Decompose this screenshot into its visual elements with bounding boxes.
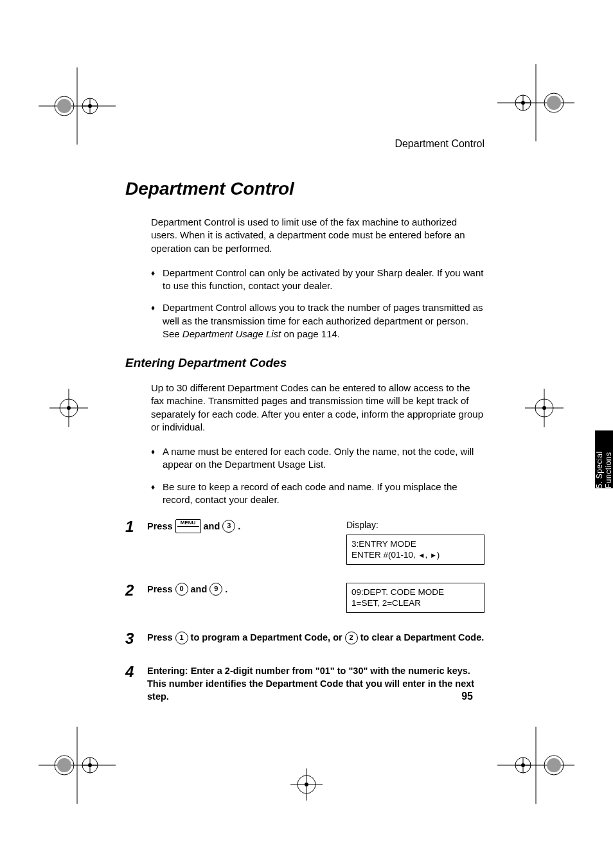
left-arrow-icon: ◄ bbox=[418, 551, 425, 559]
svg-point-35 bbox=[521, 763, 525, 767]
bullet-item: A name must be entered for each code. On… bbox=[151, 445, 484, 472]
crop-mark-icon bbox=[39, 67, 116, 145]
bullet-text-tail: on page 114. bbox=[281, 328, 340, 339]
cross-reference: Department Usage List bbox=[182, 328, 281, 339]
steps-list: 1 Press MENU and 3 . bbox=[125, 519, 484, 704]
body-block: Department Control is used to limit use … bbox=[151, 216, 484, 341]
svg-point-40 bbox=[298, 775, 315, 793]
step-2: 2 Press 0 and 9 . 09:DEPT. CODE MODE bbox=[125, 583, 484, 613]
right-arrow-icon: ► bbox=[430, 551, 437, 559]
step-3: 3 Press 1 to program a Department Code, … bbox=[125, 631, 484, 646]
step-4: 4 Entering: Enter a 2-digit number from … bbox=[125, 664, 484, 704]
step-text: Entering: Enter a 2-digit number from "0… bbox=[147, 664, 484, 704]
section-heading: Entering Department Codes bbox=[125, 356, 484, 370]
step-text: Press bbox=[147, 520, 173, 533]
numeric-key-icon: 2 bbox=[345, 632, 358, 644]
bullet-item: Department Control can only be activated… bbox=[151, 267, 484, 293]
lcd-line: ENTER #(01-10, ◄, ►) bbox=[351, 549, 479, 561]
svg-point-15 bbox=[547, 96, 561, 110]
svg-point-4 bbox=[82, 98, 98, 114]
step-text: . bbox=[225, 583, 227, 596]
section-intro: Up to 30 different Department Codes can … bbox=[151, 382, 484, 434]
svg-point-5 bbox=[88, 104, 92, 108]
step-number: 2 bbox=[125, 583, 139, 598]
svg-point-29 bbox=[88, 763, 92, 767]
chapter-tab: 5. Special Functions bbox=[595, 430, 613, 488]
step-text: to program a Department Code, or bbox=[191, 632, 345, 642]
numeric-key-icon: 0 bbox=[175, 583, 188, 596]
svg-point-20 bbox=[535, 399, 553, 417]
bullet-item: Department Control allows you to track t… bbox=[151, 301, 484, 341]
numeric-key-icon: 9 bbox=[209, 583, 222, 596]
svg-point-16 bbox=[60, 399, 78, 417]
bullet-item: Be sure to keep a record of each code an… bbox=[151, 481, 484, 507]
svg-point-27 bbox=[57, 758, 71, 772]
crop-mark-icon bbox=[497, 727, 574, 804]
numeric-key-icon: 1 bbox=[175, 632, 188, 644]
step-text: Press bbox=[147, 632, 175, 642]
step-text: . bbox=[238, 520, 240, 533]
lcd-line: 3:ENTRY MODE bbox=[351, 538, 479, 550]
bullet-list-sub: A name must be entered for each code. On… bbox=[151, 445, 484, 506]
step-number: 3 bbox=[125, 631, 139, 646]
lcd-display: 09:DEPT. CODE MODE 1=SET, 2=CLEAR bbox=[346, 583, 484, 613]
lcd-line: 09:DEPT. CODE MODE bbox=[351, 587, 479, 598]
lcd-line: 1=SET, 2=CLEAR bbox=[351, 598, 479, 609]
lcd-display: 3:ENTRY MODE ENTER #(01-10, ◄, ►) bbox=[346, 535, 484, 565]
svg-point-14 bbox=[544, 93, 564, 112]
crop-mark-icon bbox=[40, 379, 98, 437]
svg-point-39 bbox=[547, 758, 561, 772]
step-text: Press bbox=[147, 583, 173, 596]
crop-mark-icon bbox=[39, 727, 116, 804]
step-text: and bbox=[191, 583, 208, 596]
body-block: Up to 30 different Department Codes can … bbox=[151, 382, 484, 506]
lcd-text: ) bbox=[437, 550, 440, 560]
crop-mark-icon bbox=[287, 765, 326, 804]
svg-point-2 bbox=[55, 96, 74, 116]
svg-point-28 bbox=[82, 757, 98, 773]
lcd-text: ENTER #(01-10, bbox=[351, 550, 418, 560]
crop-mark-icon bbox=[497, 64, 574, 141]
lcd-text: , bbox=[425, 550, 430, 560]
step-text: to clear a Department Code. bbox=[360, 632, 484, 642]
svg-point-3 bbox=[57, 99, 71, 113]
page-title: Department Control bbox=[125, 179, 484, 199]
svg-point-26 bbox=[55, 756, 74, 775]
display-label: Display: bbox=[346, 519, 484, 532]
page: 5. Special Functions Department Control … bbox=[0, 0, 613, 868]
step-1: 1 Press MENU and 3 . bbox=[125, 519, 484, 565]
svg-point-17 bbox=[67, 406, 71, 410]
svg-point-10 bbox=[515, 95, 531, 111]
bullet-list-top: Department Control can only be activated… bbox=[151, 267, 484, 341]
menu-key-icon: MENU bbox=[175, 519, 201, 533]
menu-key-label: MENU bbox=[177, 520, 199, 527]
page-number: 95 bbox=[461, 691, 473, 702]
step-number: 4 bbox=[125, 664, 139, 680]
step-text: and bbox=[204, 520, 220, 533]
intro-paragraph: Department Control is used to limit use … bbox=[151, 216, 484, 255]
content-area: Department Control Department Control De… bbox=[125, 138, 484, 722]
numeric-key-icon: 3 bbox=[222, 520, 235, 533]
step-number: 1 bbox=[125, 519, 139, 535]
svg-point-11 bbox=[521, 101, 525, 105]
svg-point-41 bbox=[305, 783, 308, 786]
crop-mark-icon bbox=[515, 379, 573, 437]
running-head: Department Control bbox=[125, 138, 484, 150]
svg-point-34 bbox=[515, 757, 531, 773]
svg-point-38 bbox=[544, 756, 564, 775]
svg-point-21 bbox=[542, 406, 546, 410]
